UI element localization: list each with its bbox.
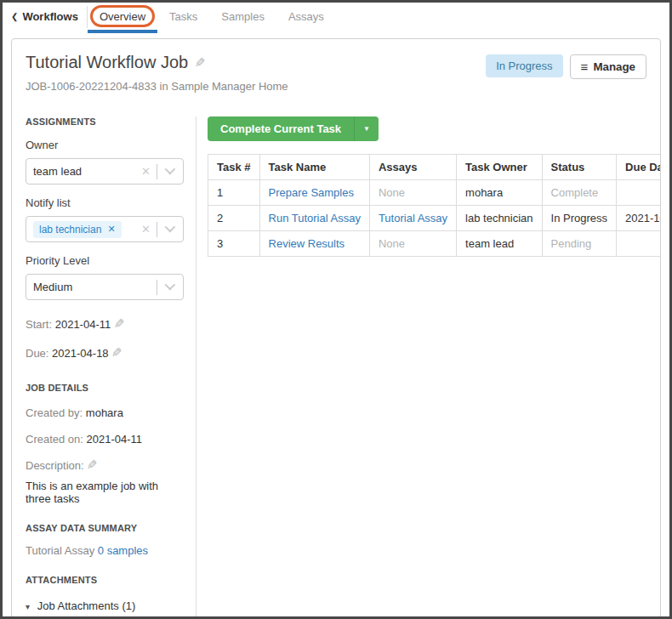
priority-select[interactable]: Medium bbox=[26, 274, 184, 300]
task-due-date: 2021-10-08 bbox=[617, 206, 661, 231]
task-name-link[interactable]: Review Results bbox=[269, 237, 345, 250]
priority-select-value: Medium bbox=[33, 281, 157, 293]
edit-start-date-pencil-icon[interactable]: ✎ bbox=[114, 316, 125, 332]
col-header-task-name: Task Name bbox=[259, 155, 369, 180]
col-header-task-owner: Task Owner bbox=[457, 155, 543, 180]
description-label: Description: bbox=[26, 459, 84, 472]
task-name-link[interactable]: Prepare Samples bbox=[269, 186, 354, 199]
back-link-workflows[interactable]: ❮ Workflows bbox=[9, 3, 87, 33]
created-on-value: 2021-04-11 bbox=[87, 433, 143, 446]
chevron-down-icon[interactable] bbox=[165, 163, 176, 174]
back-link-label: Workflows bbox=[22, 10, 78, 23]
top-nav: ❮ Workflows Overview Tasks Samples Assay… bbox=[3, 3, 669, 33]
task-owner: mohara bbox=[457, 180, 543, 206]
assay-summary-line: Tutorial Assay 0 samples bbox=[26, 544, 184, 557]
col-header-status: Status bbox=[542, 155, 616, 180]
edit-due-date-pencil-icon[interactable]: ✎ bbox=[111, 345, 122, 361]
created-by-label: Created by: bbox=[26, 406, 83, 419]
status-badge: In Progress bbox=[486, 54, 562, 77]
header-actions: In Progress ≡ Manage bbox=[486, 53, 646, 79]
task-assays: None bbox=[369, 231, 456, 257]
notify-clear-icon[interactable]: ✕ bbox=[135, 223, 157, 236]
tab-assays[interactable]: Assays bbox=[276, 3, 336, 33]
collapse-triangle-icon: ▾ bbox=[26, 602, 30, 611]
panel-header: Tutorial Workflow Job ✎ JOB-1006-2022120… bbox=[26, 53, 646, 93]
select-divider bbox=[157, 280, 157, 295]
complete-task-dropdown-toggle[interactable]: ▼ bbox=[354, 116, 379, 141]
page-title: Tutorial Workflow Job bbox=[26, 53, 188, 72]
created-by-value: mohara bbox=[86, 406, 123, 419]
owner-clear-icon[interactable]: ✕ bbox=[135, 165, 157, 178]
job-overview-panel: Tutorial Workflow Job ✎ JOB-1006-2022120… bbox=[11, 38, 661, 619]
col-header-assays: Assays bbox=[369, 155, 456, 180]
created-by-line: Created by: mohara bbox=[26, 406, 184, 419]
created-on-line: Created on: 2021-04-11 bbox=[26, 433, 184, 446]
job-sidebar: ASSIGNMENTS Owner team lead ✕ Notify lis… bbox=[26, 116, 196, 619]
task-owner: team lead bbox=[457, 231, 543, 257]
description-text: This is an example job with three tasks bbox=[26, 480, 184, 505]
manage-button[interactable]: ≡ Manage bbox=[570, 54, 646, 79]
due-date-value: 2021-04-18 bbox=[52, 347, 109, 360]
table-row: 2 Run Tutorial Assay Tutorial Assay lab … bbox=[208, 206, 662, 231]
chevron-down-icon[interactable] bbox=[165, 221, 176, 232]
owner-select-value: team lead bbox=[33, 165, 135, 178]
created-on-label: Created on: bbox=[26, 433, 83, 446]
job-attachments-label: Job Attachments (1) bbox=[37, 599, 136, 612]
tab-overview-label: Overview bbox=[100, 10, 145, 23]
complete-task-split-button: Complete Current Task ▼ bbox=[208, 116, 379, 141]
col-header-task-num: Task # bbox=[208, 155, 260, 180]
tasks-table-header-row: Task # Task Name Assays Task Owner Statu… bbox=[208, 155, 662, 180]
task-num: 2 bbox=[208, 206, 260, 231]
samples-count-link[interactable]: 0 samples bbox=[98, 544, 148, 557]
chevron-left-icon: ❮ bbox=[11, 12, 18, 21]
assay-summary-heading: ASSAY DATA SUMMARY bbox=[26, 523, 184, 533]
complete-current-task-button[interactable]: Complete Current Task bbox=[208, 116, 354, 141]
task-status: Complete bbox=[542, 180, 616, 206]
attachments-heading: ATTACHMENTS bbox=[26, 575, 184, 585]
task-assay-link[interactable]: Tutorial Assay bbox=[379, 212, 447, 224]
assay-name: Tutorial Assay bbox=[26, 544, 94, 557]
job-id-subtitle: JOB-1006-20221204-4833 in Sample Manager… bbox=[26, 80, 288, 93]
manage-button-label: Manage bbox=[593, 60, 635, 73]
task-owner: lab technician bbox=[457, 206, 543, 231]
due-date-label: Due: bbox=[26, 347, 48, 360]
job-details-heading: JOB DETAILS bbox=[26, 383, 184, 393]
due-date-line: Due: 2021-04-18 ✎ bbox=[26, 345, 184, 361]
owner-select[interactable]: team lead ✕ bbox=[26, 158, 184, 185]
tab-tasks[interactable]: Tasks bbox=[157, 3, 209, 33]
table-row: 3 Review Results None team lead Pending bbox=[208, 231, 662, 257]
notify-list-select[interactable]: lab technician ✕ ✕ bbox=[26, 216, 184, 242]
tab-samples[interactable]: Samples bbox=[209, 3, 276, 33]
task-num: 1 bbox=[208, 180, 260, 206]
chevron-down-icon[interactable] bbox=[165, 279, 176, 290]
job-attachments-toggle[interactable]: ▾ Job Attachments (1) bbox=[26, 599, 184, 612]
notify-tag-remove-icon[interactable]: ✕ bbox=[107, 224, 115, 235]
edit-description-pencil-icon[interactable]: ✎ bbox=[87, 457, 98, 473]
notify-tag: lab technician ✕ bbox=[33, 221, 122, 238]
task-assays: None bbox=[369, 180, 456, 206]
caret-down-icon: ▼ bbox=[363, 125, 370, 133]
edit-title-pencil-icon[interactable]: ✎ bbox=[195, 55, 206, 71]
description-line: Description: ✎ bbox=[26, 457, 184, 473]
task-status: In Progress bbox=[542, 206, 616, 231]
task-name-link[interactable]: Run Tutorial Assay bbox=[269, 212, 361, 224]
priority-label: Priority Level bbox=[26, 254, 184, 267]
start-date-line: Start: 2021-04-11 ✎ bbox=[26, 316, 184, 332]
tab-overview[interactable]: Overview bbox=[88, 3, 157, 33]
notify-list-label: Notify list bbox=[26, 196, 184, 209]
task-due-date bbox=[617, 180, 661, 206]
notify-tag-label: lab technician bbox=[39, 224, 101, 236]
task-status: Pending bbox=[542, 231, 616, 257]
task-num: 3 bbox=[208, 231, 260, 257]
hamburger-icon: ≡ bbox=[581, 60, 589, 74]
assignments-heading: ASSIGNMENTS bbox=[26, 116, 184, 127]
col-header-due-date: Due Date bbox=[617, 155, 661, 180]
task-due-date bbox=[617, 231, 661, 257]
start-date-label: Start: bbox=[26, 318, 52, 331]
owner-label: Owner bbox=[26, 139, 184, 151]
select-divider bbox=[157, 164, 157, 179]
start-date-value: 2021-04-11 bbox=[55, 318, 111, 331]
table-row: 1 Prepare Samples None mohara Complete bbox=[208, 180, 662, 206]
title-block: Tutorial Workflow Job ✎ JOB-1006-2022120… bbox=[26, 53, 288, 93]
tasks-main: Complete Current Task ▼ Task # Task Name bbox=[196, 116, 661, 619]
